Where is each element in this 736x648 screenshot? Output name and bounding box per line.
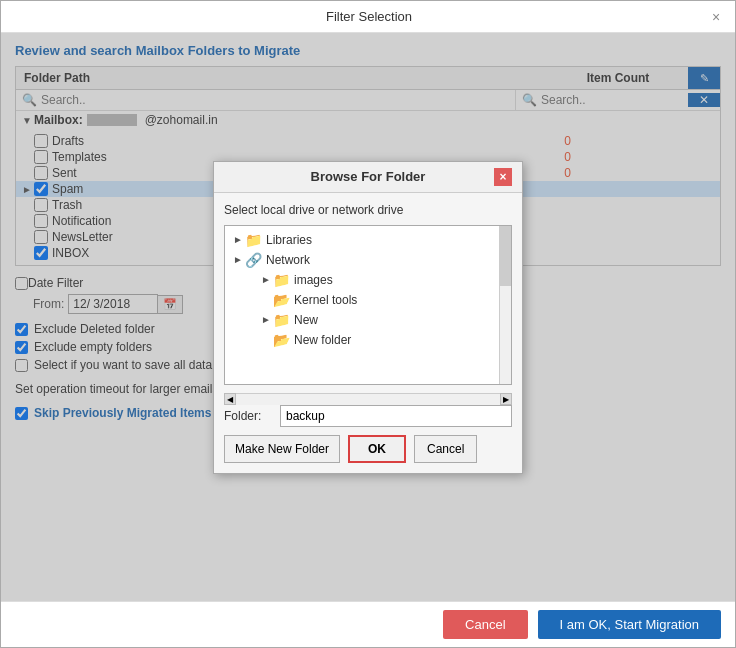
modal-vscrollbar[interactable] bbox=[499, 226, 511, 384]
modal-folder-row: Folder: bbox=[224, 405, 512, 427]
modal-tree-container: ► 📁 Libraries ► 🔗 Network bbox=[224, 225, 512, 385]
modal-close-button[interactable]: × bbox=[494, 168, 512, 186]
start-migration-button[interactable]: I am OK, Start Migration bbox=[538, 610, 721, 639]
modal-title: Browse For Folder bbox=[242, 169, 494, 184]
modal-tree-images[interactable]: ► 📁 images bbox=[239, 270, 511, 290]
new-expand-icon: ► bbox=[259, 314, 273, 325]
folder-path-input[interactable] bbox=[280, 405, 512, 427]
window-title: Filter Selection bbox=[31, 9, 707, 24]
network-expand-icon: ► bbox=[231, 254, 245, 265]
title-bar: Filter Selection × bbox=[1, 1, 735, 33]
modal-body: Select local drive or network drive ► 📁 … bbox=[214, 193, 522, 473]
kernel-tools-folder-icon: 📂 bbox=[273, 292, 290, 308]
browse-for-folder-dialog: Browse For Folder × Select local drive o… bbox=[213, 161, 523, 474]
modal-tree-network[interactable]: ► 🔗 Network bbox=[225, 250, 511, 270]
modal-buttons: Make New Folder OK Cancel bbox=[224, 435, 512, 463]
modal-instruction: Select local drive or network drive bbox=[224, 203, 512, 217]
modal-title-bar: Browse For Folder × bbox=[214, 162, 522, 193]
window-close-button[interactable]: × bbox=[707, 8, 725, 26]
new-folder-icon: 📁 bbox=[273, 312, 290, 328]
libraries-folder-icon: 📁 bbox=[245, 232, 262, 248]
ok-button[interactable]: OK bbox=[348, 435, 406, 463]
modal-tree-kernel-tools[interactable]: 📂 Kernel tools bbox=[239, 290, 511, 310]
new-folder-folder-icon: 📂 bbox=[273, 332, 290, 348]
modal-tree-new[interactable]: ► 📁 New bbox=[239, 310, 511, 330]
content-area: Review and search Mailbox Folders to Mig… bbox=[1, 33, 735, 601]
cancel-button[interactable]: Cancel bbox=[443, 610, 527, 639]
network-icon: 🔗 bbox=[245, 252, 262, 268]
bottom-bar: Cancel I am OK, Start Migration bbox=[1, 601, 735, 647]
images-expand-icon: ► bbox=[259, 274, 273, 285]
hscroll-right-button[interactable]: ▶ bbox=[500, 393, 512, 405]
kernel-tools-expand-icon bbox=[259, 294, 273, 305]
modal-tree-libraries[interactable]: ► 📁 Libraries bbox=[225, 230, 511, 250]
modal-cancel-button[interactable]: Cancel bbox=[414, 435, 477, 463]
hscroll-left-button[interactable]: ◀ bbox=[224, 393, 236, 405]
new-folder-expand-icon bbox=[259, 334, 273, 345]
main-window: Filter Selection × Review and search Mai… bbox=[0, 0, 736, 648]
modal-overlay: Browse For Folder × Select local drive o… bbox=[1, 33, 735, 601]
modal-hscrollbar: ◀ ▶ bbox=[224, 393, 512, 405]
modal-tree-new-folder[interactable]: 📂 New folder bbox=[239, 330, 511, 350]
images-folder-icon: 📁 bbox=[273, 272, 290, 288]
make-new-folder-button[interactable]: Make New Folder bbox=[224, 435, 340, 463]
libraries-expand-icon: ► bbox=[231, 234, 245, 245]
modal-scrollbar-thumb bbox=[500, 226, 511, 286]
